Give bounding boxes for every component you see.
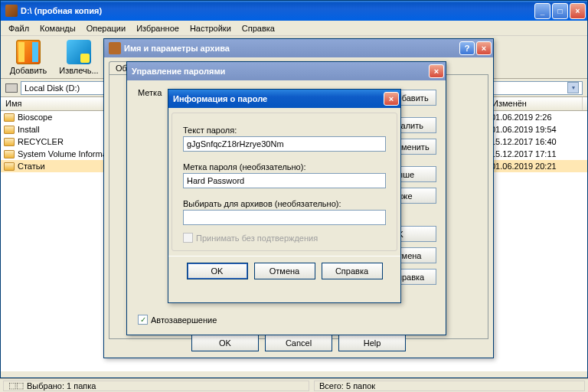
dialog-button-row: OK Cancel Help (104, 335, 493, 351)
dialog-close-button[interactable]: × (384, 92, 399, 106)
toolbar-add-button[interactable]: Добавить (5, 40, 51, 75)
dialog-close-button[interactable]: × (476, 41, 492, 55)
select-for-archives-label: Выбирать для архивов (необязательно): (183, 199, 386, 208)
archive-dialog-titlebar[interactable]: Имя и параметры архива ? × (104, 39, 493, 57)
add-icon (16, 40, 41, 64)
cancel-button[interactable]: Отмена (254, 263, 315, 279)
app-icon (5, 5, 18, 17)
status-left: ⬚⬚Выбрано: 1 папка (3, 381, 309, 391)
password-info-buttons: OK Отмена Справка (168, 256, 400, 286)
folder-icon (4, 162, 15, 171)
password-text-input[interactable] (183, 136, 386, 152)
status-right: Всего: 5 папок (314, 381, 585, 391)
menu-file[interactable]: Файл (4, 22, 34, 34)
no-confirm-row: Принимать без подтверждения (183, 233, 386, 243)
menu-favorites[interactable]: Избранное (132, 22, 184, 34)
dialog-help-button[interactable]: ? (459, 41, 475, 55)
password-label-input[interactable] (183, 173, 386, 188)
passwords-dialog-titlebar[interactable]: Управление паролями × (127, 62, 446, 80)
maximize-button[interactable]: □ (552, 3, 568, 19)
menu-help[interactable]: Справка (237, 22, 279, 34)
folder-icon (4, 126, 15, 134)
close-button[interactable]: × (570, 3, 586, 19)
winrar-icon (109, 42, 121, 54)
folder-icon (4, 138, 15, 146)
dialog-close-button[interactable]: × (429, 64, 444, 78)
password-text-label: Текст пароля: (183, 126, 386, 135)
col-modified[interactable]: Изменён (488, 97, 583, 110)
password-info-titlebar[interactable]: Информация о пароле × (168, 90, 400, 108)
password-info-group: Текст пароля: Метка пароля (необязательн… (172, 113, 397, 251)
select-for-archives-input[interactable] (183, 210, 386, 225)
label-mark: Метка (138, 88, 162, 97)
status-bar: ⬚⬚Выбрано: 1 папка Всего: 5 папок (0, 378, 588, 392)
password-info-dialog: Информация о пароле × Текст пароля: Метк… (168, 89, 401, 303)
help-button[interactable]: Справка (322, 263, 383, 279)
address-dropdown-icon[interactable]: ▾ (567, 82, 579, 93)
autocomplete-label: Автозавершение (151, 315, 217, 325)
folder-icon (4, 113, 15, 122)
main-titlebar[interactable]: D:\ (пробная копия) _ □ × (1, 1, 587, 21)
no-confirm-checkbox (183, 233, 193, 243)
help-button[interactable]: Help (338, 335, 406, 351)
ok-button[interactable]: OK (187, 263, 248, 279)
menu-commands[interactable]: Команды (35, 22, 80, 34)
menu-settings[interactable]: Настройки (185, 22, 236, 34)
toolbar-extract-button[interactable]: Извлечь... (56, 40, 102, 75)
autocomplete-row: ✓ Автозавершение (127, 315, 446, 331)
menu-bar: Файл Команды Операции Избранное Настройк… (1, 21, 587, 36)
no-confirm-label: Принимать без подтверждения (196, 234, 318, 243)
password-label-label: Метка пароля (необязательно): (183, 162, 386, 172)
extract-icon (67, 40, 91, 64)
main-title: D:\ (пробная копия) (21, 6, 534, 15)
disk-icon (5, 83, 18, 93)
minimize-button[interactable]: _ (534, 3, 550, 19)
autocomplete-checkbox[interactable]: ✓ (138, 315, 148, 325)
ok-button[interactable]: OK (191, 335, 259, 351)
menu-operations[interactable]: Операции (82, 22, 130, 34)
cancel-button[interactable]: Cancel (265, 335, 332, 351)
folder-icon (4, 150, 15, 158)
